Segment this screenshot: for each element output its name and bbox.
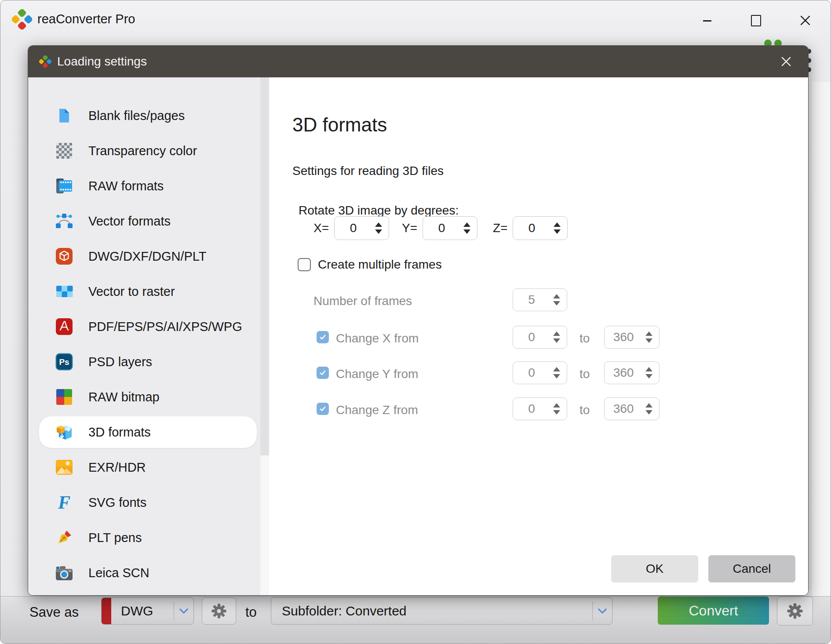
photoshop-icon: Ps: [55, 352, 74, 371]
to-word: to: [580, 403, 590, 417]
spinner-up-arrow: [553, 294, 560, 298]
conversion-bar: Save as DWG to Subfold: [0, 596, 831, 644]
film-strip-icon: [55, 176, 74, 196]
destination-value: Subfolder: Converted: [282, 604, 407, 619]
sidebar-item-raw-formats[interactable]: RAW formats: [28, 168, 260, 204]
change-y-to-spinner: 360: [604, 361, 660, 384]
convert-settings-button[interactable]: [777, 597, 813, 626]
sidebar-item-raw-bitmap[interactable]: RAW bitmap: [28, 379, 260, 415]
camera-icon: [55, 563, 74, 582]
axis-z-spinner[interactable]: 0: [513, 216, 568, 240]
sidebar-item-plt-pens[interactable]: PLT pens: [28, 520, 260, 555]
check-icon: [319, 369, 327, 377]
number-of-frames-label: Number of frames: [313, 294, 412, 308]
sidebar-item-psd-layers[interactable]: Ps PSD layers: [28, 344, 260, 379]
spinner-up-arrow[interactable]: [375, 222, 382, 227]
minimize-button[interactable]: [703, 20, 711, 22]
dialog-header: Loading settings: [28, 46, 808, 77]
axis-x-label: X=: [313, 216, 329, 240]
page-subtitle: Settings for reading 3D files: [292, 164, 444, 178]
reaconverter-logo-icon: [39, 55, 51, 68]
check-icon: [319, 333, 327, 341]
change-y-label: Change Y from: [336, 367, 418, 381]
background-panel-edge: [812, 82, 831, 596]
svg-text:Ps: Ps: [59, 357, 69, 367]
title-bar: reaConverter Pro: [0, 0, 831, 39]
change-z-from-spinner: 0: [513, 397, 567, 420]
format-color-stripe: [102, 598, 111, 624]
gear-icon: [210, 602, 228, 620]
close-window-button[interactable]: [799, 14, 812, 27]
sidebar-item-exr-hdr[interactable]: EXR/HDR: [28, 450, 260, 485]
sidebar-item-blank-files[interactable]: Blank files/pages: [28, 98, 260, 133]
app-window: reaConverter Pro Save as DWG: [0, 0, 831, 644]
axis-z-label: Z=: [493, 216, 507, 240]
loading-settings-dialog: Loading settings Blank files/pages Trans…: [28, 46, 808, 595]
page-title: 3D formats: [292, 114, 387, 136]
check-icon: [319, 405, 327, 413]
output-format-select[interactable]: DWG: [101, 597, 194, 625]
output-format-value: DWG: [121, 604, 153, 619]
cad-cube-icon: [55, 247, 74, 266]
axis-x-spinner[interactable]: 0: [334, 216, 389, 240]
close-dialog-button[interactable]: [776, 52, 797, 71]
settings-panel: 3D formats Settings for reading 3D files…: [269, 77, 808, 595]
axis-y-spinner[interactable]: 0: [423, 216, 477, 240]
chevron-down-icon[interactable]: [174, 608, 193, 614]
change-x-label: Change X from: [336, 331, 419, 346]
change-y-checkbox: [317, 367, 329, 379]
convert-button[interactable]: Convert: [658, 597, 769, 625]
blank-file-icon: [55, 106, 74, 125]
save-as-label: Save as: [29, 604, 79, 621]
change-y-from-spinner: 0: [513, 361, 567, 384]
cancel-button[interactable]: Cancel: [708, 555, 795, 582]
number-of-frames-spinner: 5: [513, 288, 567, 311]
spinner-up-arrow[interactable]: [463, 222, 470, 227]
dialog-title: Loading settings: [57, 46, 147, 77]
sidebar-item-dwg-dxf[interactable]: DWG/DXF/DGN/PLT: [28, 239, 260, 274]
image-sun-icon: [55, 458, 74, 477]
spinner-down-arrow: [553, 301, 560, 306]
spinner-down-arrow[interactable]: [463, 229, 470, 234]
pen-nib-icon: [55, 528, 74, 547]
maximize-button[interactable]: [751, 15, 761, 26]
change-x-to-spinner: 360: [604, 326, 660, 349]
sidebar-item-transparency-color[interactable]: Transparency color: [28, 133, 260, 168]
sidebar-item-vector-formats[interactable]: Vector formats: [28, 204, 260, 239]
spinner-up-arrow[interactable]: [554, 222, 561, 227]
spinner-down-arrow[interactable]: [375, 229, 382, 234]
scrollbar-thumb[interactable]: [260, 77, 269, 455]
chevron-down-icon[interactable]: [593, 608, 612, 614]
to-word: to: [580, 367, 590, 381]
create-multiple-frames-label: Create multiple frames: [318, 253, 442, 277]
sidebar-item-vector-to-raster[interactable]: Vector to raster: [28, 274, 260, 309]
axis-y-label: Y=: [402, 216, 417, 240]
raster-grid-icon: [55, 282, 74, 301]
sidebar-item-3d-formats[interactable]: 3D formats: [28, 415, 260, 450]
destination-select[interactable]: Subfolder: Converted: [271, 597, 612, 625]
script-f-icon: F: [55, 493, 74, 512]
to-word: to: [580, 331, 590, 346]
create-multiple-frames-checkbox[interactable]: [298, 258, 311, 271]
sidebar-item-leica-scn[interactable]: Leica SCN: [28, 555, 260, 590]
cube-3d-icon: [55, 422, 74, 442]
bezier-curve-icon: [55, 211, 74, 231]
change-x-checkbox: [317, 331, 329, 343]
to-label: to: [245, 604, 257, 621]
ok-button[interactable]: OK: [611, 555, 698, 582]
change-z-label: Change Z from: [336, 403, 418, 417]
sidebar-item-svg-fonts[interactable]: F SVG fonts: [28, 485, 260, 520]
transparency-checker-icon: [55, 141, 74, 160]
sidebar-scrollbar[interactable]: [260, 77, 269, 595]
gear-icon: [786, 602, 804, 620]
app-title: reaConverter Pro: [37, 0, 135, 39]
rotate-label: Rotate 3D image by degrees:: [299, 204, 459, 218]
sidebar-item-pdf-eps[interactable]: PDF/EPS/PS/AI/XPS/WPG: [28, 309, 260, 344]
change-x-from-spinner: 0: [513, 326, 567, 349]
change-z-to-spinner: 360: [604, 397, 660, 420]
change-z-checkbox: [317, 403, 329, 415]
pdf-icon: [55, 317, 74, 336]
reaconverter-logo-icon: [12, 9, 32, 29]
spinner-down-arrow[interactable]: [554, 229, 561, 234]
format-settings-button[interactable]: [202, 597, 236, 625]
